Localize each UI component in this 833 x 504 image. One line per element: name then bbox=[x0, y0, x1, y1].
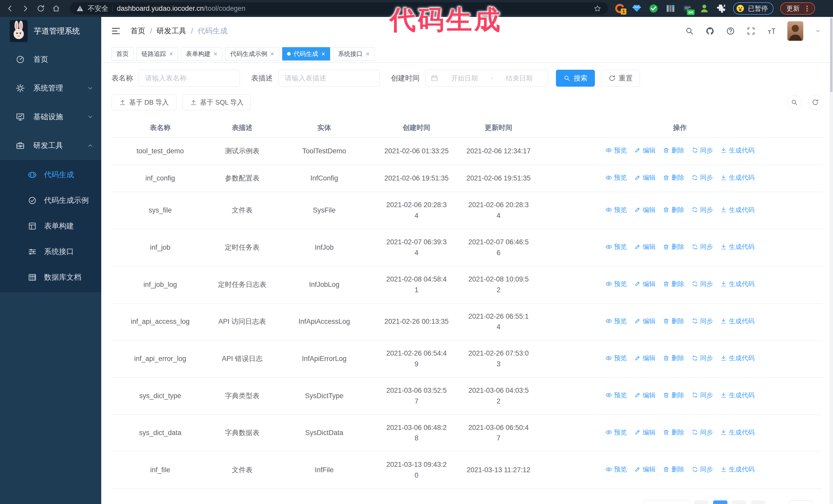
browser-reload-icon[interactable] bbox=[37, 4, 45, 13]
page-size-select[interactable]: 10条/页 bbox=[644, 500, 689, 504]
fullscreen-icon[interactable] bbox=[746, 26, 756, 35]
eye-action-link[interactable]: 预览 bbox=[605, 427, 627, 437]
sync-action-link[interactable]: 同步 bbox=[691, 427, 713, 437]
prev-page-button[interactable] bbox=[694, 500, 709, 504]
extension-green-check-icon[interactable] bbox=[648, 3, 659, 14]
download-action-link[interactable]: 生成代码 bbox=[720, 390, 755, 400]
download-action-link[interactable]: 生成代码 bbox=[720, 316, 755, 326]
browser-home-icon[interactable] bbox=[52, 4, 61, 13]
download-action-link[interactable]: 生成代码 bbox=[720, 427, 755, 437]
eye-action-link[interactable]: 预览 bbox=[605, 353, 627, 363]
help-icon[interactable] bbox=[726, 26, 735, 35]
sidebar-item-gear[interactable]: 系统管理 bbox=[0, 74, 101, 102]
table-desc-input[interactable] bbox=[278, 70, 380, 87]
eye-action-link[interactable]: 预览 bbox=[605, 172, 627, 183]
hamburger-icon[interactable] bbox=[111, 26, 121, 37]
toggle-search-button[interactable] bbox=[787, 95, 802, 110]
download-action-link[interactable]: 生成代码 bbox=[720, 242, 755, 252]
delete-action-link[interactable]: 删除 bbox=[663, 390, 684, 400]
search-icon[interactable] bbox=[685, 26, 694, 35]
sync-action-link[interactable]: 同步 bbox=[691, 205, 713, 215]
delete-action-link[interactable]: 删除 bbox=[663, 242, 684, 252]
avatar[interactable] bbox=[787, 21, 803, 41]
update-button[interactable]: 更新 ⋮ bbox=[780, 2, 815, 15]
tag-3[interactable]: 代码生成示例× bbox=[225, 47, 279, 61]
close-icon[interactable]: × bbox=[270, 50, 274, 57]
delete-action-link[interactable]: 删除 bbox=[663, 353, 684, 363]
sync-action-link[interactable]: 同步 bbox=[691, 279, 713, 289]
edit-action-link[interactable]: 编辑 bbox=[634, 464, 656, 474]
eye-action-link[interactable]: 预览 bbox=[605, 205, 627, 215]
import-sql-button[interactable]: 基于 SQL 导入 bbox=[183, 94, 251, 110]
page-scrollbar[interactable] bbox=[830, 17, 833, 504]
edit-action-link[interactable]: 编辑 bbox=[634, 353, 656, 363]
tag-5[interactable]: 系统接口× bbox=[333, 47, 375, 61]
download-action-link[interactable]: 生成代码 bbox=[720, 145, 755, 155]
eye-action-link[interactable]: 预览 bbox=[605, 145, 627, 155]
breadcrumb-item[interactable]: 研发工具 bbox=[157, 26, 186, 36]
edit-action-link[interactable]: 编辑 bbox=[634, 242, 656, 252]
next-page-button[interactable] bbox=[751, 500, 765, 504]
delete-action-link[interactable]: 删除 bbox=[663, 427, 684, 437]
github-icon[interactable] bbox=[705, 26, 715, 35]
close-icon[interactable]: × bbox=[322, 50, 325, 57]
breadcrumb-item[interactable]: 首页 bbox=[130, 26, 145, 36]
address-bar[interactable]: 不安全 dashboard.yudao.iocoder.cn/tool/code… bbox=[70, 2, 608, 15]
download-action-link[interactable]: 生成代码 bbox=[720, 172, 755, 183]
tag-1[interactable]: 链路追踪× bbox=[137, 47, 178, 61]
sync-action-link[interactable]: 同步 bbox=[691, 464, 713, 474]
eye-action-link[interactable]: 预览 bbox=[605, 279, 627, 289]
sync-action-link[interactable]: 同步 bbox=[691, 172, 713, 183]
paused-badge[interactable]: 已暂停 bbox=[733, 2, 774, 15]
edit-action-link[interactable]: 编辑 bbox=[634, 172, 656, 183]
edit-action-link[interactable]: 编辑 bbox=[634, 279, 656, 289]
close-icon[interactable]: × bbox=[366, 50, 370, 57]
close-icon[interactable]: × bbox=[214, 50, 217, 57]
close-icon[interactable]: × bbox=[169, 50, 173, 57]
bookmark-star-icon[interactable] bbox=[594, 5, 601, 12]
browser-back-icon[interactable] bbox=[6, 4, 14, 13]
table-name-input[interactable] bbox=[139, 70, 240, 87]
delete-action-link[interactable]: 删除 bbox=[663, 316, 684, 326]
sidebar-subitem-dbtable[interactable]: 数据库文档 bbox=[0, 265, 101, 290]
extension-blue-gem-icon[interactable] bbox=[632, 3, 642, 14]
delete-action-link[interactable]: 删除 bbox=[663, 464, 684, 474]
sidebar-subitem-form[interactable]: 表单构建 bbox=[0, 213, 101, 239]
delete-action-link[interactable]: 删除 bbox=[663, 145, 684, 155]
import-db-button[interactable]: 基于 DB 导入 bbox=[112, 94, 176, 110]
delete-action-link[interactable]: 删除 bbox=[663, 205, 684, 215]
edit-action-link[interactable]: 编辑 bbox=[634, 205, 656, 215]
eye-action-link[interactable]: 预览 bbox=[605, 464, 627, 474]
refresh-table-button[interactable] bbox=[808, 95, 823, 110]
edit-action-link[interactable]: 编辑 bbox=[634, 427, 656, 437]
extensions-puzzle-icon[interactable] bbox=[716, 3, 727, 14]
kebab-menu-icon[interactable]: ⋮ bbox=[803, 4, 811, 13]
eye-action-link[interactable]: 预览 bbox=[605, 242, 627, 252]
edit-action-link[interactable]: 编辑 bbox=[634, 316, 656, 326]
extension-green-figure-icon[interactable] bbox=[699, 3, 710, 14]
tag-2[interactable]: 表单构建× bbox=[181, 47, 222, 61]
delete-action-link[interactable]: 删除 bbox=[663, 172, 684, 183]
sync-action-link[interactable]: 同步 bbox=[691, 390, 713, 400]
browser-forward-icon[interactable] bbox=[21, 4, 30, 13]
extension-orange-c-icon[interactable]: 1 bbox=[615, 3, 625, 14]
tag-4[interactable]: 代码生成× bbox=[282, 47, 330, 61]
download-action-link[interactable]: 生成代码 bbox=[720, 205, 755, 215]
page-button-2[interactable]: 2 bbox=[732, 500, 746, 504]
search-button[interactable]: 搜索 bbox=[556, 70, 595, 87]
extension-columns-icon[interactable] bbox=[665, 3, 675, 14]
sidebar-subitem-sliders[interactable]: 系统接口 bbox=[0, 239, 101, 265]
reset-button[interactable]: 重置 bbox=[601, 70, 640, 87]
page-button-1[interactable]: 1 bbox=[713, 500, 728, 504]
tag-0[interactable]: 首页 bbox=[112, 47, 134, 61]
sync-action-link[interactable]: 同步 bbox=[691, 242, 713, 252]
download-action-link[interactable]: 生成代码 bbox=[720, 353, 755, 363]
goto-page-input[interactable] bbox=[789, 500, 812, 504]
sidebar-subitem-example[interactable]: 代码生成示例 bbox=[0, 188, 101, 213]
app-logo[interactable]: 芋道管理系统 bbox=[0, 17, 101, 45]
sidebar-item-gauge[interactable]: 首页 bbox=[0, 45, 101, 74]
edit-action-link[interactable]: 编辑 bbox=[634, 390, 656, 400]
sidebar-item-monitor[interactable]: 基础设施 bbox=[0, 102, 101, 131]
date-range-picker[interactable]: 开始日期 - 结束日期 bbox=[425, 70, 548, 87]
sync-action-link[interactable]: 同步 bbox=[691, 145, 713, 155]
